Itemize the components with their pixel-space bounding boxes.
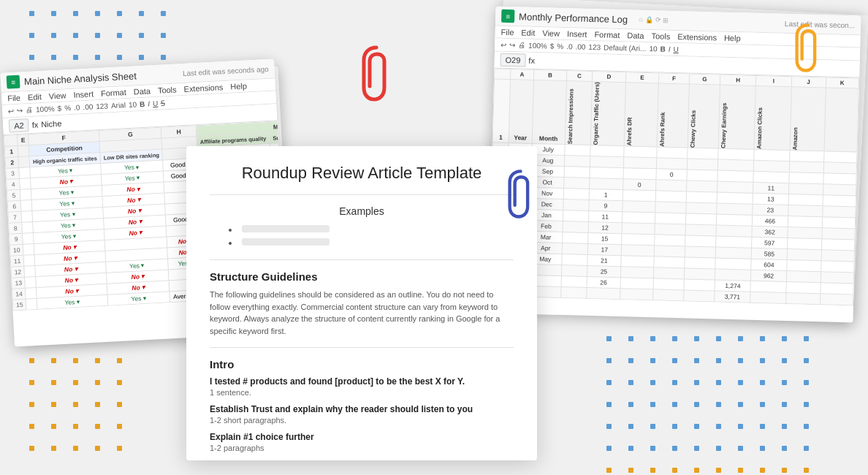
doc-intro-label3: Explain #1 choice further <box>210 432 514 442</box>
s2-header-ahrefs-dr: Ahrefs DR <box>624 83 659 147</box>
svg-rect-51 <box>716 336 721 341</box>
svg-rect-79 <box>672 402 677 407</box>
svg-rect-39 <box>95 424 100 429</box>
svg-rect-35 <box>117 402 122 407</box>
svg-rect-0 <box>29 11 34 16</box>
svg-rect-22 <box>51 358 56 363</box>
s2-cell-reference[interactable]: O29 <box>500 53 525 67</box>
svg-rect-102 <box>738 446 743 451</box>
svg-rect-78 <box>650 402 655 407</box>
svg-rect-115 <box>804 468 809 473</box>
col-e-label <box>18 145 29 157</box>
row-3-num: 3 <box>6 167 20 179</box>
toolbar-print[interactable]: 🖨 <box>26 106 34 115</box>
s2-menu-insert[interactable]: Insert <box>567 29 587 39</box>
svg-rect-92 <box>738 424 743 429</box>
svg-rect-110 <box>694 468 699 473</box>
doc-card[interactable]: Roundup Review Article Template Examples… <box>186 146 537 460</box>
svg-rect-41 <box>29 446 34 451</box>
svg-rect-5 <box>139 11 144 16</box>
svg-rect-43 <box>73 446 78 451</box>
svg-rect-72 <box>738 380 743 385</box>
toolbar-redo[interactable]: ↪ <box>17 107 23 115</box>
doc-structure-heading: Structure Guidelines <box>210 270 514 283</box>
svg-rect-14 <box>29 55 34 60</box>
s2-menu-view[interactable]: View <box>542 28 560 38</box>
menu-format[interactable]: Format <box>101 88 126 98</box>
svg-rect-64 <box>782 358 787 363</box>
s2-menu-tools[interactable]: Tools <box>651 31 670 41</box>
toolbar-fontsize[interactable]: 10 <box>129 100 137 109</box>
svg-rect-23 <box>73 358 78 363</box>
toolbar-font[interactable]: Arial <box>111 101 126 110</box>
formula-fx: fx <box>31 120 38 129</box>
s2-menu-edit[interactable]: Edit <box>521 28 535 37</box>
svg-rect-33 <box>73 402 78 407</box>
svg-rect-57 <box>628 358 633 363</box>
s2-menu-extensions[interactable]: Extensions <box>677 32 717 42</box>
doc-examples-heading: Examples <box>210 205 514 217</box>
sheets1-icon: ≡ <box>7 75 20 89</box>
menu-insert[interactable]: Insert <box>73 89 94 99</box>
svg-rect-75 <box>804 380 809 385</box>
doc-intro-heading: Intro <box>210 358 514 370</box>
svg-rect-88 <box>650 424 655 429</box>
s2-menu-file[interactable]: File <box>501 28 514 37</box>
svg-rect-19 <box>139 55 144 60</box>
svg-rect-55 <box>804 336 809 341</box>
svg-rect-86 <box>606 424 612 429</box>
s2-header-month: Month <box>532 80 566 144</box>
toolbar-format2: .00 <box>83 103 93 112</box>
svg-rect-37 <box>51 424 56 429</box>
svg-rect-107 <box>628 468 633 473</box>
paperclip-red <box>358 44 395 105</box>
svg-rect-73 <box>760 380 765 385</box>
svg-rect-70 <box>694 380 699 385</box>
menu-edit[interactable]: Edit <box>28 92 42 102</box>
sheets2-table: A B C D E F G H I J K 1 Year Month <box>488 68 859 305</box>
sheets2-icon: ≡ <box>501 10 514 23</box>
menu-help[interactable]: Help <box>230 81 247 91</box>
toolbar-bold[interactable]: B <box>140 100 145 108</box>
menu-extensions[interactable]: Extensions <box>183 83 223 94</box>
svg-rect-98 <box>650 446 655 451</box>
svg-rect-6 <box>161 11 166 16</box>
svg-rect-49 <box>672 336 677 341</box>
svg-rect-34 <box>95 402 100 407</box>
svg-rect-1 <box>51 11 56 16</box>
s2-menu-help[interactable]: Help <box>724 34 741 43</box>
sheets2-lastedit: Last edit was secon... <box>785 19 855 29</box>
s2-menu-format[interactable]: Format <box>594 30 620 39</box>
svg-rect-90 <box>694 424 699 429</box>
toolbar-zoom[interactable]: 100% <box>36 104 55 113</box>
s2-header-chewy-clicks: Chewy Clicks <box>688 84 720 148</box>
sheets2-card[interactable]: ≡ Monthly Performance Log ☆ 🔒 ⟳ ⊞ Last e… <box>488 7 861 323</box>
svg-rect-20 <box>161 55 166 60</box>
menu-tools[interactable]: Tools <box>158 85 177 94</box>
menu-file[interactable]: File <box>7 94 20 103</box>
toolbar-italic[interactable]: I <box>148 99 150 107</box>
s2-menu-data[interactable]: Data <box>627 31 644 40</box>
svg-rect-68 <box>650 380 655 385</box>
svg-rect-50 <box>694 336 699 341</box>
menu-data[interactable]: Data <box>133 86 151 96</box>
toolbar-underline[interactable]: U <box>153 99 159 107</box>
svg-rect-109 <box>672 468 677 473</box>
svg-rect-82 <box>738 402 743 407</box>
toolbar-strikethrough[interactable]: S̶ <box>161 99 166 107</box>
svg-rect-16 <box>73 55 78 60</box>
row-num-2: 2 <box>5 156 19 168</box>
svg-rect-76 <box>606 402 612 407</box>
svg-rect-26 <box>29 380 34 385</box>
svg-rect-69 <box>672 380 677 385</box>
svg-rect-101 <box>716 446 721 451</box>
doc-intro-label2: Establish Trust and explain why the read… <box>210 404 514 414</box>
toolbar-undo[interactable]: ↩ <box>8 107 15 115</box>
s2-header-impressions: Search Impressions <box>565 81 592 145</box>
svg-rect-47 <box>628 336 633 341</box>
doc-intro-sub1: 1 sentence. <box>210 388 514 397</box>
s2-header-amazon: Amazon <box>790 87 826 151</box>
cell-reference[interactable]: A2 <box>9 118 29 132</box>
menu-view[interactable]: View <box>49 91 66 100</box>
svg-rect-9 <box>73 33 78 38</box>
